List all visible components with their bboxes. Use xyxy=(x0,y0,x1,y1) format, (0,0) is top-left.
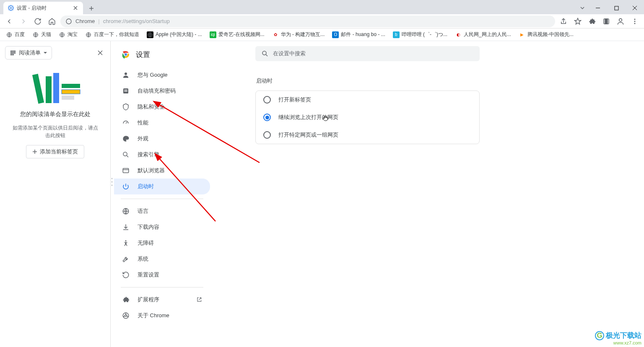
nav-label: 下载内容 xyxy=(138,223,159,231)
watermark: G极光下载站 www.xz7.com xyxy=(595,331,641,345)
panel-close-icon[interactable] xyxy=(95,48,105,58)
home-button[interactable] xyxy=(46,16,58,27)
option-continue[interactable]: 继续浏览上次打开的网页 xyxy=(256,109,479,126)
bookmark-label: 百度 xyxy=(15,31,25,38)
bookmark-item[interactable]: 百度 xyxy=(3,30,27,39)
window-titlebar: 设置 - 启动时 xyxy=(0,0,644,14)
nav-accessibility[interactable]: 无障碍 xyxy=(114,235,210,251)
bookmark-favicon xyxy=(32,31,39,38)
extensions-icon[interactable] xyxy=(586,16,598,27)
bookmark-item[interactable]: ◐人民网_网上的人民... xyxy=(452,30,514,39)
nav-reset[interactable]: 重置设置 xyxy=(114,267,210,283)
palette-icon xyxy=(122,135,130,143)
reload-button[interactable] xyxy=(32,16,44,27)
reading-list-header: 阅读清单 xyxy=(3,44,107,61)
bookmark-favicon: ▶ xyxy=(519,31,525,38)
svg-point-5 xyxy=(619,18,622,21)
bookmark-favicon xyxy=(85,31,92,38)
svg-rect-16 xyxy=(11,54,14,55)
chrome-small-icon xyxy=(122,311,130,320)
nav-autofill[interactable]: 自动填充和密码 xyxy=(114,83,210,99)
nav-appearance[interactable]: 外观 xyxy=(114,131,210,147)
shield-icon xyxy=(122,103,130,111)
nav-performance[interactable]: 性能 xyxy=(114,115,210,131)
option-specific[interactable]: 打开特定网页或一组网页 xyxy=(256,126,479,144)
svg-point-30 xyxy=(123,152,127,156)
browser-tab[interactable]: 设置 - 启动时 xyxy=(3,2,83,14)
bookmark-favicon xyxy=(59,31,65,38)
bookmark-item[interactable]: ▶腾讯视频-中国领先... xyxy=(516,30,576,39)
bookmark-item[interactable]: 淘宝 xyxy=(56,30,80,39)
nav-label: 关于 Chrome xyxy=(138,312,169,319)
nav-label: 隐私和安全 xyxy=(138,103,165,111)
watermark-url: www.xz7.com xyxy=(595,340,641,345)
window-controls xyxy=(576,2,644,14)
svg-rect-4 xyxy=(605,19,608,24)
chrome-logo-icon xyxy=(121,49,131,60)
star-icon[interactable] xyxy=(572,16,584,27)
tab-title: 设置 - 启动时 xyxy=(17,5,70,12)
browser-icon xyxy=(122,166,130,175)
share-icon[interactable] xyxy=(558,16,569,27)
nav-you-and-google[interactable]: 您与 Google xyxy=(114,67,210,83)
bookmark-item[interactable]: 百度一下，你就知道 xyxy=(83,30,142,39)
bookmark-item[interactable]: ✿华为 - 构建万物互... xyxy=(270,30,327,39)
menu-icon[interactable] xyxy=(629,16,641,27)
option-new-tab[interactable]: 打开新标签页 xyxy=(256,91,479,109)
radio-icon xyxy=(263,131,271,139)
profile-icon[interactable] xyxy=(615,16,626,27)
bookmark-label: 腾讯视频-中国领先... xyxy=(527,31,574,38)
bookmark-item[interactable]: O邮件 - huang bo - ... xyxy=(330,30,387,39)
settings-search-input[interactable]: 在设置中搜索 xyxy=(255,46,480,61)
svg-rect-29 xyxy=(124,91,127,92)
back-button[interactable] xyxy=(3,16,15,27)
speedometer-icon xyxy=(122,119,130,127)
svg-point-41 xyxy=(112,185,113,186)
nav-label: 启动时 xyxy=(138,183,154,190)
nav-languages[interactable]: 语言 xyxy=(114,203,210,219)
maximize-button[interactable] xyxy=(607,2,626,14)
svg-rect-1 xyxy=(615,6,618,10)
minimize-button[interactable] xyxy=(589,2,607,14)
nav-about[interactable]: 关于 Chrome xyxy=(114,308,210,324)
reading-list-icon[interactable] xyxy=(600,16,612,27)
omnibox-path: chrome://settings/onStartup xyxy=(103,18,170,24)
option-label: 打开特定网页或一组网页 xyxy=(278,131,338,139)
site-info-icon[interactable] xyxy=(65,18,72,25)
address-bar[interactable]: Chrome | chrome://settings/onStartup xyxy=(60,16,555,27)
nav-downloads[interactable]: 下载内容 xyxy=(114,219,210,235)
svg-point-33 xyxy=(125,240,127,241)
settings-main: 在设置中搜索 启动时 打开新标签页 继续浏览上次打开的网页 xyxy=(213,41,644,347)
new-tab-button[interactable] xyxy=(86,3,97,14)
omnibox-separator: | xyxy=(98,18,99,24)
window-close-button[interactable] xyxy=(626,2,644,14)
reading-list-dropdown[interactable]: 阅读清单 xyxy=(5,46,52,60)
bookmark-item[interactable]: b哔哩哔哩 (゜-゜)つ... xyxy=(390,30,450,39)
svg-point-36 xyxy=(262,51,266,55)
close-icon[interactable] xyxy=(72,5,79,11)
bookmark-item[interactable]: 天猫 xyxy=(30,30,54,39)
bookmark-favicon: ◐ xyxy=(455,31,462,38)
nav-extensions[interactable]: 扩展程序 xyxy=(114,292,210,308)
nav-system[interactable]: 系统 xyxy=(114,251,210,267)
settings-nav: 设置 您与 Google 自动填充和密码 隐私和安全 性能 外观 搜索引擎 默认… xyxy=(111,41,213,347)
chevron-down-icon[interactable] xyxy=(576,5,589,10)
nav-label: 重置设置 xyxy=(138,271,159,279)
panel-resize-handle[interactable] xyxy=(111,174,113,190)
nav-search[interactable]: 搜索引擎 xyxy=(114,147,210,163)
nav-default-browser[interactable]: 默认浏览器 xyxy=(114,163,210,179)
nav-privacy[interactable]: 隐私和安全 xyxy=(114,99,210,115)
svg-point-2 xyxy=(66,19,71,24)
settings-search-placeholder: 在设置中搜索 xyxy=(273,50,306,57)
option-label: 继续浏览上次打开的网页 xyxy=(278,114,338,121)
bookmark-item[interactable]: Apple (中国大陆) - ... xyxy=(144,30,205,39)
bookmark-item[interactable]: iqi爱奇艺-在线视频网... xyxy=(207,30,267,39)
reading-list-subtitle: 如需添加某个页面以供日后阅读，请点击此按钮 xyxy=(10,124,100,139)
nav-on-startup[interactable]: 启动时 xyxy=(114,179,210,194)
svg-rect-14 xyxy=(11,51,16,52)
svg-rect-17 xyxy=(32,74,44,104)
nav-divider xyxy=(121,199,203,199)
forward-button[interactable] xyxy=(18,16,29,27)
add-current-tab-button[interactable]: 添加当前标签页 xyxy=(26,145,84,158)
startup-options-card: 打开新标签页 继续浏览上次打开的网页 打开特定网页或一组网页 xyxy=(255,91,480,144)
